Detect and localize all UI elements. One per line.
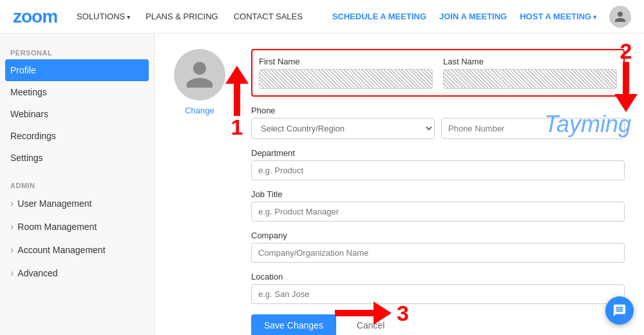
profile-form: First Name Last Name Phone Select Countr… [251,49,625,335]
plans-nav[interactable]: PLANS & PRICING [146,12,218,21]
department-label: Department [251,148,625,158]
first-name-label: First Name [259,57,433,66]
company-input[interactable] [251,243,625,263]
nav-left: SOLUTIONS PLANS & PRICING CONTACT SALES [77,12,303,21]
name-row: First Name Last Name [251,49,625,97]
cancel-button[interactable]: Cancel [344,314,398,335]
zoom-logo[interactable]: zoom [13,6,57,27]
job-title-group: Job Title [251,189,625,222]
tayming-watermark: Tayming [544,111,631,138]
sidebar-item-advanced[interactable]: Advanced [0,262,154,285]
sidebar-item-room-management[interactable]: Room Management [0,215,154,238]
admin-section-label: ADMIN [0,177,154,192]
location-group: Location [251,272,625,304]
schedule-meeting-link[interactable]: SCHEDULE A MEETING [332,12,426,21]
first-name-input[interactable] [259,69,433,89]
profile-section: Change First Name Last Name [174,49,625,335]
sidebar-item-settings[interactable]: Settings [0,147,154,169]
change-photo-link[interactable]: Change [185,106,214,115]
sidebar-item-webinars[interactable]: Webinars [0,103,154,125]
job-title-input[interactable] [251,202,625,222]
country-select[interactable]: Select Country/Region [251,118,435,139]
join-meeting-link[interactable]: JOIN A MEETING [439,12,507,21]
main-layout: PERSONAL Profile Meetings Webinars Recor… [0,34,644,335]
header: zoom SOLUTIONS PLANS & PRICING CONTACT S… [0,0,644,34]
nav-right: SCHEDULE A MEETING JOIN A MEETING HOST A… [332,6,631,28]
department-input[interactable] [251,160,625,180]
content-area: Change First Name Last Name [155,34,644,335]
save-changes-button[interactable]: Save Changes [251,314,336,335]
host-meeting-link[interactable]: HOST A MEETING [520,12,596,21]
company-label: Company [251,231,625,240]
department-group: Department [251,148,625,180]
avatar-section: Change [174,49,225,335]
button-row: Save Changes Cancel [251,314,625,335]
sidebar: PERSONAL Profile Meetings Webinars Recor… [0,34,155,335]
last-name-group: Last Name [443,57,617,89]
last-name-label: Last Name [443,57,617,66]
location-label: Location [251,272,625,282]
job-title-label: Job Title [251,189,625,199]
location-input[interactable] [251,284,625,304]
solutions-nav[interactable]: SOLUTIONS [77,12,130,21]
sidebar-item-account-management[interactable]: Account Management [0,238,154,262]
personal-section-label: PERSONAL [0,44,154,59]
sidebar-item-user-management[interactable]: User Management [0,192,154,215]
chat-fab-button[interactable] [605,296,634,325]
company-group: Company [251,231,625,263]
sidebar-item-recordings[interactable]: Recordings [0,125,154,147]
sidebar-item-profile[interactable]: Profile [5,59,149,81]
first-name-group: First Name [259,57,433,89]
user-avatar[interactable] [609,6,631,28]
contact-nav[interactable]: CONTACT SALES [234,12,303,21]
profile-avatar [174,49,225,100]
sidebar-item-meetings[interactable]: Meetings [0,81,154,103]
last-name-input[interactable] [443,69,617,89]
